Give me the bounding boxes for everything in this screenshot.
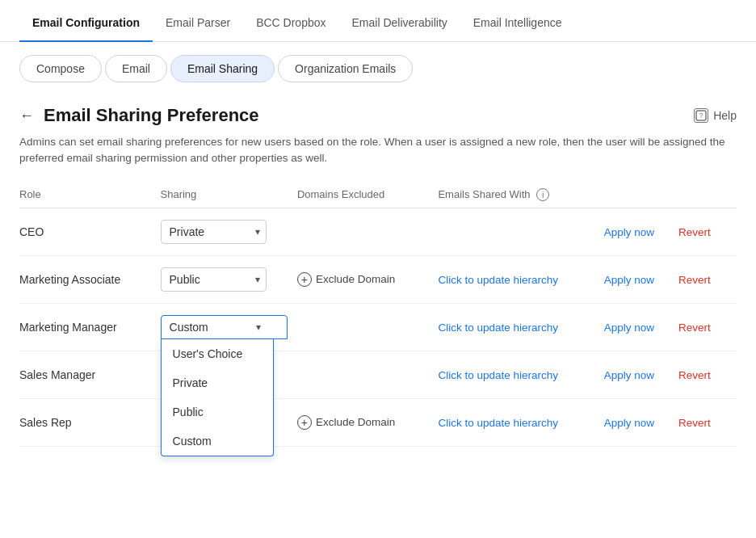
dropdown-option-users-choice[interactable]: User's Choice bbox=[162, 339, 273, 368]
revert-button-sales-rep[interactable]: Revert bbox=[678, 417, 711, 429]
emails-cell-ceo bbox=[438, 208, 603, 255]
revert-button-sales-manager[interactable]: Revert bbox=[678, 369, 711, 381]
plus-circle-icon: + bbox=[297, 415, 312, 430]
nav-item-email-deliverability[interactable]: Email Deliverability bbox=[339, 5, 460, 42]
apply-button-sales-manager[interactable]: Apply now bbox=[604, 369, 654, 381]
help-icon: ? bbox=[694, 108, 708, 123]
hierarchy-link-sales-rep[interactable]: Click to update hierarchy bbox=[438, 417, 558, 429]
apply-cell-sales-manager: Apply now bbox=[604, 351, 678, 398]
dropdown-option-custom[interactable]: Custom bbox=[162, 427, 273, 456]
dropdown-option-public[interactable]: Public bbox=[162, 397, 273, 427]
hierarchy-link-marketing-associate[interactable]: Click to update hierarchy bbox=[438, 274, 558, 286]
emails-cell-sales-rep: Click to update hierarchy bbox=[438, 398, 603, 446]
role-cell-marketing-associate: Marketing Associate bbox=[19, 255, 161, 303]
subnav-email-sharing[interactable]: Email Sharing bbox=[170, 55, 275, 82]
role-cell-marketing-manager: Marketing Manager bbox=[19, 303, 161, 351]
exclude-domain-button-marketing-associate[interactable]: + Exclude Domain bbox=[297, 272, 429, 287]
sharing-select-marketing-manager[interactable]: Custom ▾ bbox=[161, 315, 288, 339]
subnav-organization-emails[interactable]: Organization Emails bbox=[278, 55, 413, 82]
col-header-domains: Domains Excluded bbox=[297, 182, 439, 208]
emails-shared-info-icon[interactable]: i bbox=[536, 188, 549, 201]
emails-cell-marketing-manager: Click to update hierarchy bbox=[438, 303, 603, 351]
table-row: CEO Private User's Choice Public Custom … bbox=[19, 208, 737, 255]
nav-item-bcc-dropbox[interactable]: BCC Dropbox bbox=[243, 5, 338, 42]
svg-text:?: ? bbox=[699, 111, 704, 120]
exclude-domain-button-sales-rep[interactable]: + Exclude Domain bbox=[297, 415, 429, 430]
hierarchy-link-sales-manager[interactable]: Click to update hierarchy bbox=[438, 369, 558, 381]
email-sharing-table: Role Sharing Domains Excluded Emails Sha… bbox=[19, 182, 737, 447]
exclude-domain-label: Exclude Domain bbox=[316, 273, 395, 285]
custom-dropdown-marketing-manager: Custom ▾ User's Choice Private Public Cu… bbox=[161, 315, 288, 339]
revert-cell-sales-rep: Revert bbox=[678, 398, 737, 446]
domains-cell-ceo bbox=[297, 208, 439, 255]
apply-button-ceo[interactable]: Apply now bbox=[604, 226, 654, 238]
col-header-sharing: Sharing bbox=[161, 182, 297, 208]
table-row: Sales Rep Public User's Choice Private C… bbox=[19, 398, 737, 446]
domains-cell-marketing-associate[interactable]: + Exclude Domain bbox=[297, 255, 439, 303]
revert-cell-ceo: Revert bbox=[678, 208, 737, 255]
help-button[interactable]: ? Help bbox=[694, 108, 737, 123]
apply-cell-sales-rep: Apply now bbox=[604, 398, 678, 446]
domains-cell-sales-manager bbox=[297, 351, 439, 398]
table-row: Sales Manager Private User's Choice Publ… bbox=[19, 351, 737, 398]
selected-value-marketing-manager: Custom bbox=[170, 321, 208, 334]
revert-cell-sales-manager: Revert bbox=[678, 351, 737, 398]
subnav-compose[interactable]: Compose bbox=[19, 55, 102, 82]
apply-cell-marketing-manager: Apply now bbox=[604, 303, 678, 351]
sharing-cell-marketing-manager: Custom ▾ User's Choice Private Public Cu… bbox=[161, 303, 297, 351]
role-cell-sales-manager: Sales Manager bbox=[19, 351, 161, 398]
domains-cell-marketing-manager bbox=[297, 303, 439, 351]
revert-cell-marketing-associate: Revert bbox=[678, 255, 737, 303]
page-title: Email Sharing Preference bbox=[44, 105, 259, 126]
revert-button-ceo[interactable]: Revert bbox=[678, 226, 711, 238]
sharing-cell-ceo: Private User's Choice Public Custom ▾ bbox=[161, 208, 297, 255]
apply-button-marketing-manager[interactable]: Apply now bbox=[604, 322, 654, 334]
back-button[interactable]: ← bbox=[19, 107, 34, 124]
col-header-apply bbox=[604, 182, 678, 208]
col-header-role: Role bbox=[19, 182, 161, 208]
emails-cell-sales-manager: Click to update hierarchy bbox=[438, 351, 603, 398]
nav-item-email-configuration[interactable]: Email Configuration bbox=[19, 5, 153, 42]
page-description: Admins can set email sharing preferences… bbox=[0, 129, 756, 182]
hierarchy-link-marketing-manager[interactable]: Click to update hierarchy bbox=[438, 322, 558, 334]
apply-button-sales-rep[interactable]: Apply now bbox=[604, 417, 654, 429]
table-wrapper: Role Sharing Domains Excluded Emails Sha… bbox=[0, 182, 756, 447]
domains-cell-sales-rep[interactable]: + Exclude Domain bbox=[297, 398, 439, 446]
apply-cell-ceo: Apply now bbox=[604, 208, 678, 255]
top-nav: Email Configuration Email Parser BCC Dro… bbox=[0, 0, 756, 42]
apply-cell-marketing-associate: Apply now bbox=[604, 255, 678, 303]
dropdown-arrow-marketing-manager: ▾ bbox=[256, 322, 261, 333]
sub-nav: Compose Email Email Sharing Organization… bbox=[0, 42, 756, 95]
help-label: Help bbox=[713, 109, 737, 122]
sharing-cell-marketing-associate: Public User's Choice Private Custom ▾ bbox=[161, 255, 297, 303]
exclude-domain-label-sales-rep: Exclude Domain bbox=[316, 416, 395, 428]
nav-item-email-parser[interactable]: Email Parser bbox=[153, 5, 243, 42]
role-cell-ceo: CEO bbox=[19, 208, 161, 255]
page-header: ← Email Sharing Preference ? Help bbox=[0, 95, 756, 129]
apply-button-marketing-associate[interactable]: Apply now bbox=[604, 274, 654, 286]
col-header-revert bbox=[678, 182, 737, 208]
revert-cell-marketing-manager: Revert bbox=[678, 303, 737, 351]
revert-button-marketing-manager[interactable]: Revert bbox=[678, 322, 711, 334]
plus-circle-icon: + bbox=[297, 272, 312, 287]
dropdown-menu-marketing-manager: User's Choice Private Public Custom bbox=[161, 339, 274, 456]
emails-cell-marketing-associate: Click to update hierarchy bbox=[438, 255, 603, 303]
nav-item-email-intelligence[interactable]: Email Intelligence bbox=[460, 5, 575, 42]
revert-button-marketing-associate[interactable]: Revert bbox=[678, 274, 711, 286]
role-cell-sales-rep: Sales Rep bbox=[19, 398, 161, 446]
subnav-email[interactable]: Email bbox=[105, 55, 167, 82]
sharing-select-ceo[interactable]: Private User's Choice Public Custom bbox=[161, 220, 267, 244]
table-row: Marketing Manager Custom ▾ User's Choice… bbox=[19, 303, 737, 351]
table-row: Marketing Associate Public User's Choice… bbox=[19, 255, 737, 303]
col-header-emails: Emails Shared With i bbox=[438, 182, 603, 208]
dropdown-option-private[interactable]: Private bbox=[162, 368, 273, 397]
sharing-select-marketing-associate[interactable]: Public User's Choice Private Custom bbox=[161, 267, 267, 292]
